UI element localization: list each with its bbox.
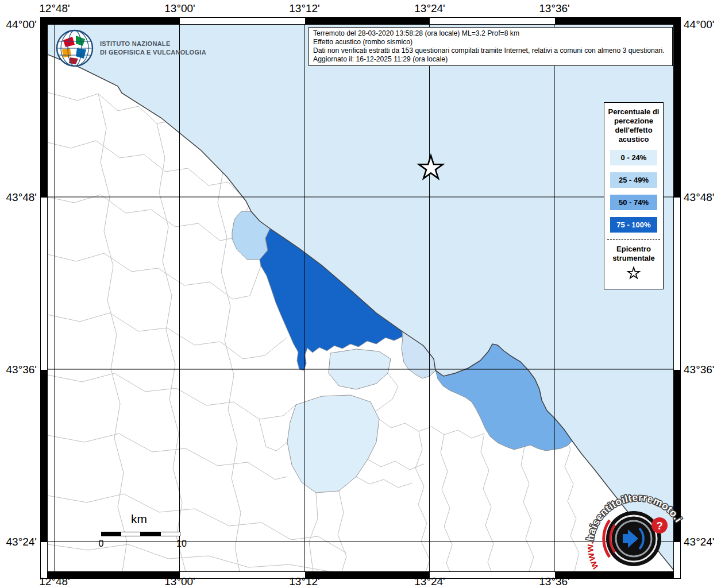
- map-frame-left: [40, 17, 48, 579]
- ingv-name-line1: ISTITUTO NAZIONALE: [100, 40, 206, 48]
- legend-divider: [607, 239, 660, 240]
- scale-unit: km: [97, 512, 182, 526]
- legend-epicenter-label: Epicentro strumentale: [607, 245, 660, 263]
- ingv-globe-icon: [55, 29, 94, 68]
- scale-start-label: 0: [97, 539, 106, 549]
- haisentitoilterremoto-logo: ? www.haisentitoilterremoto.it: [552, 470, 721, 588]
- event-info-box: Terremoto del 28-03-2020 13:58:28 (ora l…: [309, 27, 673, 66]
- axis-label-top: 13°12': [289, 2, 320, 15]
- map-frame-top: [40, 17, 681, 25]
- axis-label-right: 43°36': [684, 363, 715, 376]
- scale-end-label: 10: [172, 539, 191, 549]
- axis-label-bottom: 13°00': [164, 575, 195, 588]
- legend-title: Percentuale di percezione dell'effetto a…: [607, 107, 661, 144]
- axis-label-right: 43°48': [684, 191, 715, 204]
- scale-bar-segments: [101, 532, 180, 536]
- scale-seg: [101, 532, 121, 536]
- question-mark: ?: [656, 520, 663, 532]
- ingv-wordmark: ISTITUTO NAZIONALE DI GEOFISICA E VULCAN…: [100, 40, 206, 57]
- speaker-icon: [623, 534, 628, 543]
- event-info-line2: Effetto acustico (rombo sismico): [313, 38, 668, 47]
- axis-label-top: 13°36': [539, 2, 570, 15]
- axis-label-top: 13°00': [164, 2, 195, 15]
- scale-seg: [141, 532, 161, 536]
- axis-label-bottom: 12°48': [39, 575, 70, 588]
- map-page: 12°48' 13°00' 13°12' 13°24' 13°36' 12°48…: [0, 0, 721, 588]
- axis-label-left: 44°00': [0, 18, 37, 31]
- axis-label-bottom: 13°24': [414, 575, 445, 588]
- legend-class-75-100: 75 - 100%: [610, 217, 657, 233]
- event-info-line1: Terremoto del 28-03-2020 13:58:28 (ora l…: [313, 29, 668, 38]
- axis-label-left: 43°48': [0, 191, 37, 204]
- legend: Percentuale di percezione dell'effetto a…: [604, 102, 664, 289]
- legend-class-0-24: 0 - 24%: [610, 150, 657, 165]
- epicenter-legend-star-icon: [626, 266, 641, 280]
- legend-class-25-49: 25 - 49%: [610, 172, 657, 188]
- ingv-name-line2: DI GEOFISICA E VULCANOLOGIA: [100, 48, 206, 57]
- axis-label-right: 44°00': [684, 18, 715, 31]
- axis-label-left: 43°36': [0, 363, 37, 376]
- scale-bar: km 0 10: [97, 512, 194, 526]
- axis-label-top: 12°48': [39, 2, 70, 15]
- axis-label-top: 13°24': [414, 2, 445, 15]
- scale-seg: [121, 532, 141, 536]
- legend-class-50-74: 50 - 74%: [610, 195, 657, 210]
- ingv-logo: ISTITUTO NAZIONALE DI GEOFISICA E VULCAN…: [55, 29, 206, 68]
- axis-label-left: 43°24': [0, 536, 37, 548]
- event-info-line3: Dati non verificati estratti da 153 ques…: [313, 47, 668, 55]
- website-www: www.: [584, 540, 601, 571]
- event-info-line4: Aggiornato il: 16-12-2025 11:29 (ora loc…: [313, 55, 668, 64]
- axis-label-bottom: 13°12': [289, 575, 320, 588]
- scale-seg: [160, 532, 180, 536]
